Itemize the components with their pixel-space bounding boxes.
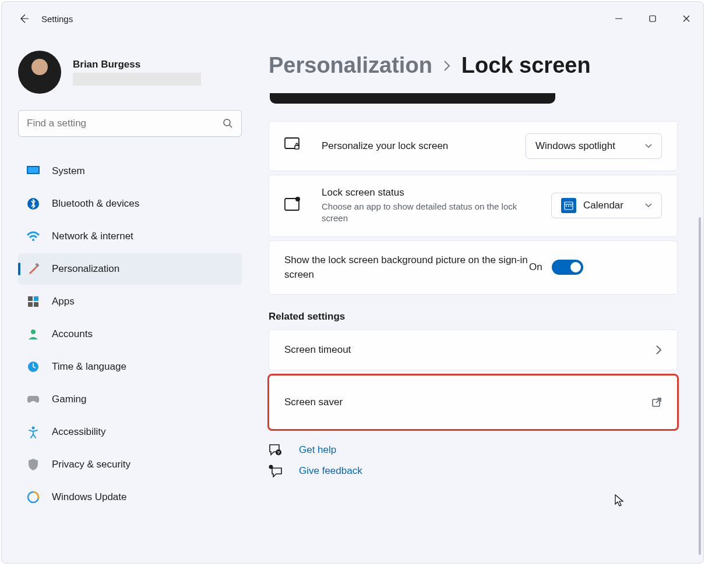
lock-screen-icon [284, 137, 302, 155]
nav-label: Time & language [52, 361, 126, 373]
toggle-label: Show the lock screen background picture … [284, 253, 529, 282]
nav-windows-update[interactable]: Windows Update [18, 481, 242, 513]
nav-label: Network & internet [52, 231, 133, 242]
nav-bluetooth[interactable]: Bluetooth & devices [18, 188, 242, 219]
personalize-select[interactable]: Windows spotlight [526, 133, 662, 159]
accessibility-icon [25, 424, 41, 440]
link-label: Screen timeout [284, 344, 655, 356]
breadcrumb-current: Lock screen [461, 53, 591, 78]
search-box[interactable] [18, 110, 242, 137]
svg-line-3 [230, 125, 232, 127]
nav-label: Accounts [52, 328, 93, 340]
svg-point-2 [224, 119, 230, 126]
svg-rect-25 [568, 206, 569, 207]
chevron-down-icon [645, 144, 652, 148]
select-value: Calendar [583, 200, 623, 211]
svg-point-15 [32, 427, 35, 430]
svg-point-13 [31, 330, 36, 334]
toggle-state-text: On [529, 261, 542, 273]
calendar-icon [561, 198, 576, 213]
related-settings-heading: Related settings [269, 311, 678, 323]
give-feedback-row: Give feedback [269, 465, 678, 477]
user-profile[interactable]: Brian Burgess [18, 51, 242, 94]
search-icon [223, 118, 233, 129]
nav-apps[interactable]: Apps [18, 286, 242, 317]
help-icon: ? [269, 444, 283, 456]
chevron-right-icon [443, 60, 451, 72]
nav-label: Bluetooth & devices [52, 198, 139, 210]
chevron-right-icon [655, 345, 662, 355]
nav-time-language[interactable]: Time & language [18, 351, 242, 382]
nav-label: Privacy & security [52, 459, 131, 470]
paintbrush-icon [25, 261, 41, 277]
svg-rect-12 [34, 302, 38, 307]
feedback-icon [269, 465, 283, 477]
shield-icon [25, 456, 41, 473]
close-button[interactable] [669, 5, 703, 33]
mouse-cursor-icon [615, 494, 625, 507]
user-name: Brian Burgess [73, 59, 201, 70]
svg-rect-26 [570, 206, 572, 207]
settings-window: Settings Brian Burgess [1, 1, 704, 564]
monitor-icon [25, 163, 41, 179]
update-icon [25, 489, 41, 505]
show-background-on-signin-card: Show the lock screen background picture … [269, 240, 678, 295]
apps-icon [25, 293, 41, 310]
status-app-select[interactable]: Calendar [551, 193, 662, 218]
give-feedback-link[interactable]: Give feedback [299, 465, 362, 477]
get-help-link[interactable]: Get help [299, 444, 336, 456]
titlebar: Settings [2, 2, 703, 36]
badge-icon [284, 197, 302, 214]
nav-network[interactable]: Network & internet [18, 221, 242, 252]
nav-list: System Bluetooth & devices Network & int… [18, 154, 242, 552]
wifi-icon [25, 228, 41, 245]
person-icon [25, 326, 41, 342]
minimize-button[interactable] [602, 5, 636, 33]
main-content: Personalization Lock screen Personalize … [252, 36, 703, 563]
get-help-row: ? Get help [269, 444, 678, 456]
toggle-switch[interactable] [552, 260, 583, 275]
maximize-button[interactable] [636, 5, 669, 33]
nav-label: System [52, 165, 85, 177]
nav-label: Windows Update [52, 491, 127, 503]
nav-label: Gaming [52, 394, 87, 405]
nav-label: Apps [52, 296, 75, 307]
nav-personalization[interactable]: Personalization [18, 253, 242, 285]
personalize-lock-screen-card[interactable]: Personalize your lock screen Windows spo… [269, 121, 678, 171]
select-value: Windows spotlight [535, 140, 615, 152]
svg-point-30 [269, 465, 273, 469]
svg-text:?: ? [277, 450, 280, 455]
svg-rect-9 [28, 296, 33, 301]
scrollbar[interactable] [699, 217, 701, 555]
sidebar: Brian Burgess System [2, 36, 252, 563]
chevron-down-icon [645, 203, 652, 208]
clock-globe-icon [25, 359, 41, 375]
nav-accounts[interactable]: Accounts [18, 318, 242, 350]
nav-privacy[interactable]: Privacy & security [18, 449, 242, 480]
breadcrumb: Personalization Lock screen [269, 53, 678, 78]
svg-rect-1 [650, 16, 655, 22]
nav-gaming[interactable]: Gaming [18, 384, 242, 415]
search-input[interactable] [27, 118, 223, 129]
card-title: Lock screen status [322, 187, 551, 199]
nav-system[interactable]: System [18, 155, 242, 187]
nav-accessibility[interactable]: Accessibility [18, 416, 242, 448]
breadcrumb-parent[interactable]: Personalization [269, 53, 432, 78]
screen-timeout-link[interactable]: Screen timeout [269, 330, 678, 370]
svg-point-7 [32, 239, 34, 241]
svg-rect-11 [28, 302, 33, 307]
nav-label: Personalization [52, 263, 119, 275]
svg-rect-19 [295, 146, 299, 149]
card-subtitle: Choose an app to show detailed status on… [322, 201, 520, 225]
gamepad-icon [25, 391, 41, 408]
lock-screen-status-card[interactable]: Lock screen status Choose an app to show… [269, 175, 678, 237]
svg-rect-8 [35, 263, 39, 267]
app-name: Settings [41, 14, 73, 24]
link-label: Screen saver [284, 396, 651, 408]
screen-saver-link[interactable]: Screen saver [269, 375, 678, 430]
avatar [18, 51, 61, 94]
svg-rect-10 [34, 296, 38, 301]
external-link-icon [651, 397, 662, 408]
back-button[interactable] [12, 7, 36, 30]
lock-screen-preview [270, 93, 555, 104]
